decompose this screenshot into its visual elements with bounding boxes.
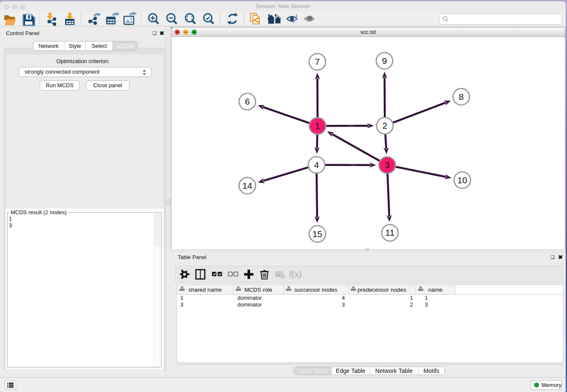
svg-text:4: 4 [314, 160, 319, 170]
svg-text:MCDS role: MCDS role [244, 287, 272, 293]
svg-text:3: 3 [342, 301, 345, 308]
svg-text:dominator: dominator [237, 301, 262, 308]
svg-text:9: 9 [382, 56, 387, 66]
svg-text:7: 7 [315, 57, 320, 66]
svg-text:1: 1 [315, 121, 320, 131]
svg-text:8: 8 [459, 92, 464, 102]
svg-text:3: 3 [425, 301, 428, 308]
svg-text:successor nodes: successor nodes [295, 287, 338, 293]
svg-text:6: 6 [245, 97, 250, 106]
svg-text:f(x): f(x) [289, 269, 302, 279]
svg-text:2: 2 [410, 301, 413, 308]
svg-text:14: 14 [242, 181, 253, 190]
svg-text:name: name [428, 287, 443, 293]
svg-text:1: 1 [425, 295, 428, 301]
svg-text:Memory: Memory [542, 382, 561, 388]
svg-text:3: 3 [180, 301, 183, 308]
svg-text:4: 4 [342, 295, 345, 301]
svg-text:2: 2 [383, 121, 388, 130]
svg-text:1: 1 [410, 295, 413, 301]
svg-text:shared name: shared name [188, 287, 222, 293]
svg-text:11: 11 [385, 228, 395, 237]
svg-text:predecessor nodes: predecessor nodes [358, 287, 406, 293]
svg-text:dominator: dominator [237, 295, 262, 301]
svg-text:15: 15 [312, 229, 322, 239]
svg-text:1: 1 [180, 295, 183, 301]
svg-text:10: 10 [457, 175, 467, 185]
svg-text:3: 3 [385, 160, 390, 170]
